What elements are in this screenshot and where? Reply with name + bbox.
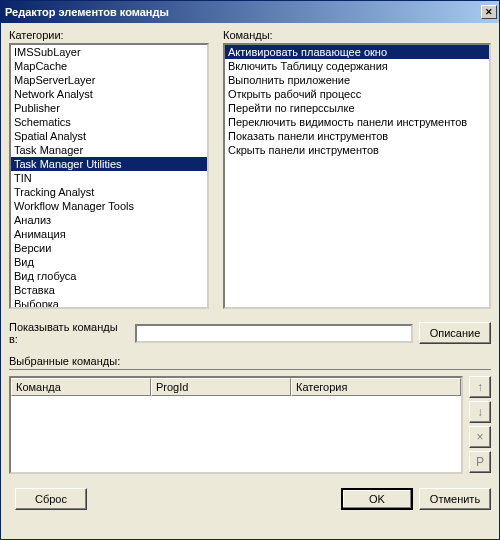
move-up-button[interactable]: ↑ xyxy=(469,376,491,398)
close-icon[interactable]: ✕ xyxy=(481,5,497,19)
command-item[interactable]: Переключить видимость панели инструменто… xyxy=(225,115,489,129)
dialog-content: Категории: Команды: IMSSubLayerMapCacheM… xyxy=(1,23,499,539)
command-item[interactable]: Включить Таблицу содержания xyxy=(225,59,489,73)
window-title: Редактор элементов команды xyxy=(5,6,169,18)
column-command[interactable]: Команда xyxy=(11,378,151,396)
show-commands-row: Показывать команды в: Описание xyxy=(9,321,491,345)
category-item[interactable]: Анимация xyxy=(11,227,207,241)
category-item[interactable]: TIN xyxy=(11,171,207,185)
titlebar: Редактор элементов команды ✕ xyxy=(1,1,499,23)
category-item[interactable]: Task Manager Utilities xyxy=(11,157,207,171)
side-buttons: ↑ ↓ × P xyxy=(469,376,491,474)
description-button[interactable]: Описание xyxy=(419,322,491,344)
selected-commands-row: Команда ProgId Категория ↑ ↓ × P xyxy=(9,376,491,474)
category-item[interactable]: Вид xyxy=(11,255,207,269)
commands-label: Команды: xyxy=(223,29,491,41)
selected-commands-table[interactable]: Команда ProgId Категория xyxy=(9,376,463,474)
p-icon: P xyxy=(476,455,484,469)
command-item[interactable]: Выполнить приложение xyxy=(225,73,489,87)
category-item[interactable]: Анализ xyxy=(11,213,207,227)
category-item[interactable]: Task Manager xyxy=(11,143,207,157)
category-item[interactable]: Spatial Analyst xyxy=(11,129,207,143)
command-item[interactable]: Перейти по гиперссылке xyxy=(225,101,489,115)
category-item[interactable]: Workflow Manager Tools xyxy=(11,199,207,213)
category-item[interactable]: Schematics xyxy=(11,115,207,129)
top-labels: Категории: Команды: xyxy=(9,29,491,41)
category-item[interactable]: IMSSubLayer xyxy=(11,45,207,59)
arrow-up-icon: ↑ xyxy=(477,380,483,394)
show-commands-label: Показывать команды в: xyxy=(9,321,129,345)
p-button[interactable]: P xyxy=(469,451,491,473)
reset-button[interactable]: Сброс xyxy=(15,488,87,510)
category-item[interactable]: Publisher xyxy=(11,101,207,115)
category-item[interactable]: Tracking Analyst xyxy=(11,185,207,199)
arrow-down-icon: ↓ xyxy=(477,405,483,419)
command-item[interactable]: Открыть рабочий процесс xyxy=(225,87,489,101)
separator xyxy=(9,369,491,370)
lists-row: IMSSubLayerMapCacheMapServerLayerNetwork… xyxy=(9,43,491,309)
remove-icon: × xyxy=(476,430,483,444)
show-commands-input[interactable] xyxy=(135,324,413,343)
category-item[interactable]: Версии xyxy=(11,241,207,255)
command-item[interactable]: Скрыть панели инструментов xyxy=(225,143,489,157)
column-progid[interactable]: ProgId xyxy=(151,378,291,396)
ok-button[interactable]: OK xyxy=(341,488,413,510)
bottom-buttons: Сброс OK Отменить xyxy=(9,488,491,510)
command-item[interactable]: Активировать плавающее окно xyxy=(225,45,489,59)
selected-commands-label: Выбранные команды: xyxy=(9,355,491,367)
category-item[interactable]: Выборка xyxy=(11,297,207,309)
category-item[interactable]: MapCache xyxy=(11,59,207,73)
column-category[interactable]: Категория xyxy=(291,378,461,396)
category-item[interactable]: Network Analyst xyxy=(11,87,207,101)
category-item[interactable]: Вид глобуса xyxy=(11,269,207,283)
dialog-window: Редактор элементов команды ✕ Категории: … xyxy=(0,0,500,540)
table-header: Команда ProgId Категория xyxy=(11,378,461,396)
categories-label: Категории: xyxy=(9,29,209,41)
categories-listbox[interactable]: IMSSubLayerMapCacheMapServerLayerNetwork… xyxy=(9,43,209,309)
commands-listbox[interactable]: Активировать плавающее окноВключить Табл… xyxy=(223,43,491,309)
command-item[interactable]: Показать панели инструментов xyxy=(225,129,489,143)
cancel-button[interactable]: Отменить xyxy=(419,488,491,510)
category-item[interactable]: Вставка xyxy=(11,283,207,297)
remove-button[interactable]: × xyxy=(469,426,491,448)
move-down-button[interactable]: ↓ xyxy=(469,401,491,423)
category-item[interactable]: MapServerLayer xyxy=(11,73,207,87)
